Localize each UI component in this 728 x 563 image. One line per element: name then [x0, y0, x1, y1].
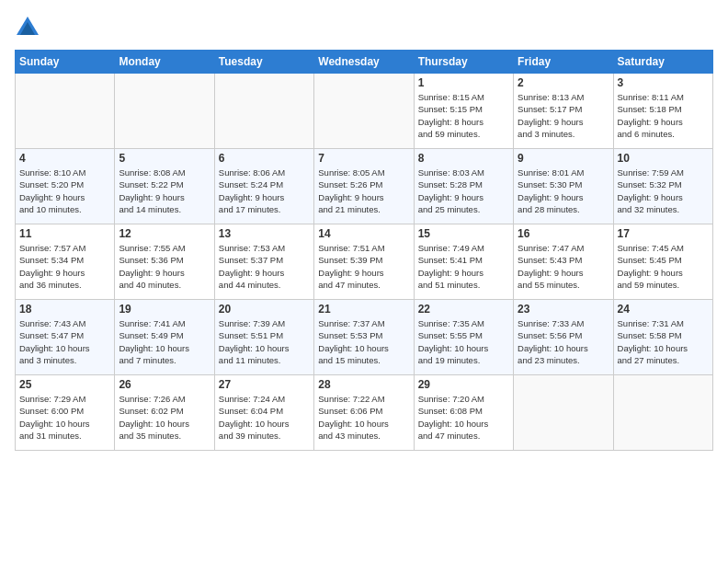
day-info: Sunrise: 7:53 AM Sunset: 5:37 PM Dayligh…	[219, 242, 310, 291]
day-info: Sunrise: 7:59 AM Sunset: 5:32 PM Dayligh…	[618, 167, 709, 215]
calendar-cell: 23Sunrise: 7:33 AM Sunset: 5:56 PM Dayli…	[514, 300, 613, 375]
day-info: Sunrise: 8:01 AM Sunset: 5:30 PM Dayligh…	[518, 167, 609, 215]
calendar-cell: 16Sunrise: 7:47 AM Sunset: 5:43 PM Dayli…	[514, 224, 613, 300]
calendar-cell: 15Sunrise: 7:49 AM Sunset: 5:41 PM Dayli…	[414, 224, 513, 300]
day-number: 11	[19, 227, 110, 240]
calendar-week-3: 18Sunrise: 7:43 AM Sunset: 5:47 PM Dayli…	[16, 300, 713, 375]
day-info: Sunrise: 7:45 AM Sunset: 5:45 PM Dayligh…	[618, 242, 709, 291]
page-container: SundayMondayTuesdayWednesdayThursdayFrid…	[0, 0, 728, 458]
logo	[15, 15, 44, 40]
calendar-cell: 9Sunrise: 8:01 AM Sunset: 5:30 PM Daylig…	[514, 149, 613, 224]
calendar-cell: 14Sunrise: 7:51 AM Sunset: 5:39 PM Dayli…	[314, 224, 414, 300]
calendar-cell	[214, 74, 313, 149]
calendar-week-0: 1Sunrise: 8:15 AM Sunset: 5:15 PM Daylig…	[16, 74, 713, 149]
day-number: 19	[119, 303, 210, 316]
day-info: Sunrise: 8:11 AM Sunset: 5:18 PM Dayligh…	[618, 91, 709, 140]
day-number: 16	[518, 227, 609, 240]
day-info: Sunrise: 7:57 AM Sunset: 5:34 PM Dayligh…	[19, 242, 110, 291]
calendar-cell: 2Sunrise: 8:13 AM Sunset: 5:17 PM Daylig…	[514, 74, 613, 149]
day-info: Sunrise: 7:49 AM Sunset: 5:41 PM Dayligh…	[418, 242, 509, 291]
calendar-table: SundayMondayTuesdayWednesdayThursdayFrid…	[15, 50, 713, 451]
day-number: 25	[19, 378, 110, 391]
day-info: Sunrise: 7:31 AM Sunset: 5:58 PM Dayligh…	[618, 317, 709, 366]
day-info: Sunrise: 7:41 AM Sunset: 5:49 PM Dayligh…	[119, 317, 210, 366]
day-number: 23	[518, 303, 609, 316]
day-number: 3	[618, 76, 709, 89]
day-number: 9	[518, 152, 609, 165]
calendar-cell: 1Sunrise: 8:15 AM Sunset: 5:15 PM Daylig…	[414, 74, 513, 149]
calendar-cell: 28Sunrise: 7:22 AM Sunset: 6:06 PM Dayli…	[314, 375, 414, 451]
day-number: 28	[318, 378, 409, 391]
calendar-cell: 5Sunrise: 8:08 AM Sunset: 5:22 PM Daylig…	[115, 149, 214, 224]
day-number: 29	[418, 378, 509, 391]
calendar-week-4: 25Sunrise: 7:29 AM Sunset: 6:00 PM Dayli…	[16, 375, 713, 451]
day-info: Sunrise: 7:24 AM Sunset: 6:04 PM Dayligh…	[219, 393, 310, 442]
day-info: Sunrise: 7:35 AM Sunset: 5:55 PM Dayligh…	[418, 317, 509, 366]
day-info: Sunrise: 7:20 AM Sunset: 6:08 PM Dayligh…	[418, 393, 509, 442]
day-info: Sunrise: 7:55 AM Sunset: 5:36 PM Dayligh…	[119, 242, 210, 291]
day-info: Sunrise: 8:03 AM Sunset: 5:28 PM Dayligh…	[418, 167, 509, 215]
day-info: Sunrise: 8:13 AM Sunset: 5:17 PM Dayligh…	[518, 91, 609, 140]
calendar-cell: 24Sunrise: 7:31 AM Sunset: 5:58 PM Dayli…	[613, 300, 712, 375]
day-number: 24	[618, 303, 709, 316]
calendar-cell: 6Sunrise: 8:06 AM Sunset: 5:24 PM Daylig…	[214, 149, 313, 224]
day-info: Sunrise: 8:15 AM Sunset: 5:15 PM Dayligh…	[418, 91, 509, 140]
calendar-cell: 21Sunrise: 7:37 AM Sunset: 5:53 PM Dayli…	[314, 300, 414, 375]
calendar-cell: 19Sunrise: 7:41 AM Sunset: 5:49 PM Dayli…	[115, 300, 214, 375]
day-number: 18	[19, 303, 110, 316]
day-number: 12	[119, 227, 210, 240]
day-info: Sunrise: 8:10 AM Sunset: 5:20 PM Dayligh…	[19, 167, 110, 215]
logo-icon	[15, 15, 40, 40]
calendar-cell: 12Sunrise: 7:55 AM Sunset: 5:36 PM Dayli…	[115, 224, 214, 300]
calendar-header-monday: Monday	[115, 51, 214, 74]
day-info: Sunrise: 7:26 AM Sunset: 6:02 PM Dayligh…	[119, 393, 210, 442]
calendar-cell	[514, 375, 613, 451]
day-info: Sunrise: 7:37 AM Sunset: 5:53 PM Dayligh…	[318, 317, 409, 366]
day-number: 26	[119, 378, 210, 391]
day-number: 7	[318, 152, 409, 165]
page-header	[15, 15, 713, 40]
day-number: 2	[518, 76, 609, 89]
calendar-cell: 10Sunrise: 7:59 AM Sunset: 5:32 PM Dayli…	[613, 149, 712, 224]
day-info: Sunrise: 7:51 AM Sunset: 5:39 PM Dayligh…	[318, 242, 409, 291]
day-number: 21	[318, 303, 409, 316]
calendar-cell: 4Sunrise: 8:10 AM Sunset: 5:20 PM Daylig…	[16, 149, 115, 224]
day-info: Sunrise: 8:06 AM Sunset: 5:24 PM Dayligh…	[219, 167, 310, 215]
day-number: 8	[418, 152, 509, 165]
calendar-cell: 25Sunrise: 7:29 AM Sunset: 6:00 PM Dayli…	[16, 375, 115, 451]
day-number: 13	[219, 227, 310, 240]
calendar-header-sunday: Sunday	[16, 51, 115, 74]
calendar-header-saturday: Saturday	[613, 51, 712, 74]
day-info: Sunrise: 7:29 AM Sunset: 6:00 PM Dayligh…	[19, 393, 110, 442]
calendar-header-tuesday: Tuesday	[214, 51, 313, 74]
calendar-cell	[16, 74, 115, 149]
calendar-cell: 20Sunrise: 7:39 AM Sunset: 5:51 PM Dayli…	[214, 300, 313, 375]
calendar-week-1: 4Sunrise: 8:10 AM Sunset: 5:20 PM Daylig…	[16, 149, 713, 224]
day-info: Sunrise: 7:33 AM Sunset: 5:56 PM Dayligh…	[518, 317, 609, 366]
day-info: Sunrise: 7:22 AM Sunset: 6:06 PM Dayligh…	[318, 393, 409, 442]
day-info: Sunrise: 8:08 AM Sunset: 5:22 PM Dayligh…	[119, 167, 210, 215]
day-info: Sunrise: 7:43 AM Sunset: 5:47 PM Dayligh…	[19, 317, 110, 366]
day-number: 22	[418, 303, 509, 316]
calendar-cell: 3Sunrise: 8:11 AM Sunset: 5:18 PM Daylig…	[613, 74, 712, 149]
calendar-cell: 29Sunrise: 7:20 AM Sunset: 6:08 PM Dayli…	[414, 375, 513, 451]
calendar-cell: 26Sunrise: 7:26 AM Sunset: 6:02 PM Dayli…	[115, 375, 214, 451]
calendar-cell: 17Sunrise: 7:45 AM Sunset: 5:45 PM Dayli…	[613, 224, 712, 300]
calendar-cell	[613, 375, 712, 451]
day-number: 20	[219, 303, 310, 316]
calendar-cell	[314, 74, 414, 149]
calendar-cell: 27Sunrise: 7:24 AM Sunset: 6:04 PM Dayli…	[214, 375, 313, 451]
day-number: 6	[219, 152, 310, 165]
calendar-header-friday: Friday	[514, 51, 613, 74]
calendar-cell: 11Sunrise: 7:57 AM Sunset: 5:34 PM Dayli…	[16, 224, 115, 300]
day-info: Sunrise: 7:47 AM Sunset: 5:43 PM Dayligh…	[518, 242, 609, 291]
calendar-header-row: SundayMondayTuesdayWednesdayThursdayFrid…	[16, 51, 713, 74]
calendar-cell: 22Sunrise: 7:35 AM Sunset: 5:55 PM Dayli…	[414, 300, 513, 375]
calendar-header-wednesday: Wednesday	[314, 51, 414, 74]
calendar-cell: 13Sunrise: 7:53 AM Sunset: 5:37 PM Dayli…	[214, 224, 313, 300]
day-number: 4	[19, 152, 110, 165]
day-number: 27	[219, 378, 310, 391]
calendar-week-2: 11Sunrise: 7:57 AM Sunset: 5:34 PM Dayli…	[16, 224, 713, 300]
day-number: 17	[618, 227, 709, 240]
calendar-cell: 18Sunrise: 7:43 AM Sunset: 5:47 PM Dayli…	[16, 300, 115, 375]
